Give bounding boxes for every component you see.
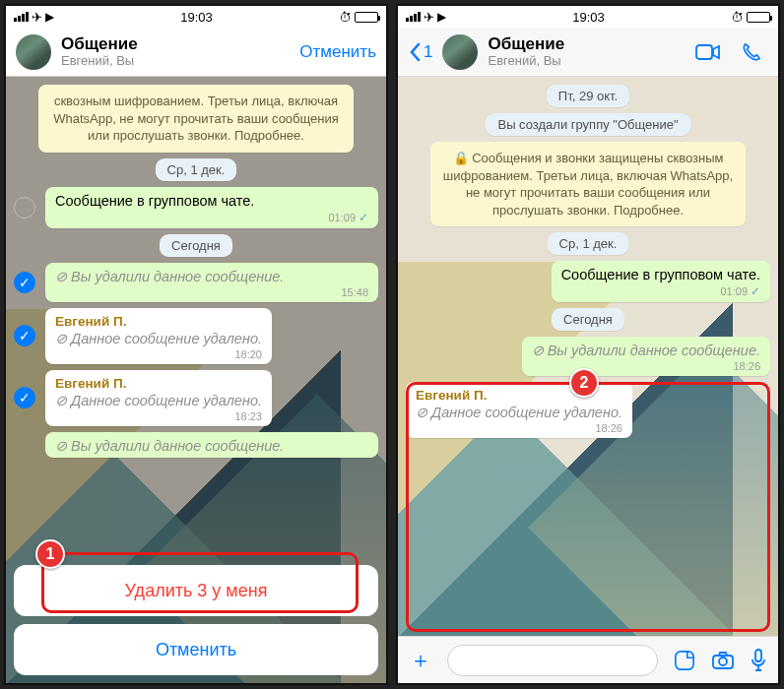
compose-bar: ＋	[398, 636, 778, 683]
svg-point-3	[719, 658, 727, 665]
step-badge: 1	[35, 539, 65, 569]
cancel-button[interactable]: Отменить	[14, 624, 378, 675]
msg-text: Сообщение в групповом чате.	[55, 193, 254, 209]
chat-header: 1 Общение Евгений, Вы	[398, 28, 778, 77]
selectable-row[interactable]: Евгений П. ⊘ Данное сообщение удалено. 1…	[14, 370, 378, 426]
chat-name: Общение	[61, 34, 290, 54]
avatar[interactable]	[16, 34, 51, 70]
message-input[interactable]	[447, 645, 658, 676]
battery-icon	[355, 12, 378, 23]
chat-area: сквозным шифрованием. Третьи лица, включ…	[6, 77, 386, 683]
date-pill: Ср, 1 дек.	[156, 158, 237, 181]
plus-icon[interactable]: ＋	[410, 646, 431, 675]
cell-signal-icon	[14, 12, 29, 22]
screen-left: ✈︎ ▶ 19:03 ⏱ Общение Евгений, Вы Отменит…	[4, 4, 388, 685]
chat-subtitle: Евгений, Вы	[61, 54, 290, 69]
screen-right: ✈︎ ▶ 19:03 ⏱ 1 Общение Евгений, Вы Пт, 2…	[396, 4, 780, 685]
wifi-icon: ✈︎	[424, 10, 434, 25]
selectable-row[interactable]: ⊘ Вы удалили данное сообщение. 15:48	[14, 263, 378, 302]
msg-text: ⊘ Вы удалили данное сообщение.	[55, 438, 284, 454]
check-icon: ✓	[751, 284, 760, 298]
chat-title-block[interactable]: Общение Евгений, Вы	[61, 34, 290, 68]
alarm-icon: ⏱	[731, 10, 744, 25]
chat-name: Общение	[488, 34, 682, 54]
chat-subtitle: Евгений, Вы	[488, 54, 682, 69]
mic-icon[interactable]	[751, 649, 766, 672]
outgoing-message[interactable]: Сообщение в групповом чате. 01:09✓	[552, 261, 770, 302]
encryption-notice[interactable]: 🔒 Сообщения и звонки защищены сквозным ш…	[430, 142, 746, 226]
selection-circle[interactable]	[14, 325, 35, 346]
sender-name: Евгений П.	[55, 376, 262, 391]
chat-header: Общение Евгений, Вы Отменить	[6, 28, 386, 77]
date-pill: Сегодня	[160, 234, 232, 257]
status-bar: ✈︎ ▶ 19:03 ⏱	[6, 6, 386, 28]
step-badge: 2	[569, 368, 599, 398]
svg-rect-1	[676, 651, 693, 668]
date-pill: Сегодня	[552, 308, 624, 331]
video-call-button[interactable]	[691, 35, 725, 69]
status-time: 19:03	[180, 10, 213, 25]
date-pill: Ср, 1 дек.	[548, 232, 629, 255]
outgoing-message[interactable]: ⊘ Вы удалили данное сообщение. 18:26	[522, 337, 770, 376]
lock-icon: 🔒	[453, 151, 473, 165]
incoming-message[interactable]: Евгений П. ⊘ Данное сообщение удалено. 1…	[406, 382, 632, 438]
msg-text: ⊘ Данное сообщение удалено.	[55, 393, 262, 408]
msg-text: ⊘ Данное сообщение удалено.	[55, 331, 262, 346]
back-button[interactable]: 1	[408, 42, 432, 62]
svg-rect-0	[696, 45, 712, 59]
selectable-row[interactable]: Евгений П. ⊘ Данное сообщение удалено. 1…	[14, 308, 378, 364]
cancel-selection[interactable]: Отменить	[299, 42, 376, 62]
chat-title-block[interactable]: Общение Евгений, Вы	[488, 34, 682, 68]
selection-circle[interactable]	[14, 272, 35, 293]
wifi-icon: ✈︎	[32, 10, 42, 25]
selection-circle[interactable]	[14, 197, 35, 219]
encryption-notice[interactable]: сквозным шифрованием. Третьи лица, включ…	[38, 85, 354, 153]
avatar[interactable]	[442, 34, 478, 70]
sender-name: Евгений П.	[55, 314, 262, 329]
msg-text: Сообщение в групповом чате.	[561, 267, 760, 282]
chat-area[interactable]: Пт, 29 окт. Вы создали группу "Общение" …	[398, 77, 778, 636]
voice-call-button[interactable]	[735, 35, 768, 69]
status-bar: ✈︎ ▶ 19:03 ⏱	[398, 6, 778, 28]
sticker-icon[interactable]	[674, 650, 695, 671]
cell-signal-icon	[406, 12, 421, 22]
date-pill: Пт, 29 окт.	[547, 85, 629, 107]
battery-icon	[747, 12, 770, 23]
msg-text: ⊘ Данное сообщение удалено.	[416, 405, 622, 420]
selection-circle[interactable]	[14, 387, 35, 408]
action-sheet: Удалить 3 у меня Отменить	[6, 557, 386, 683]
selectable-row[interactable]: Сообщение в групповом чате. 01:09✓	[14, 187, 378, 228]
msg-text: ⊘ Вы удалили данное сообщение.	[55, 269, 284, 284]
alarm-icon: ⏱	[339, 10, 352, 25]
svg-rect-4	[755, 650, 761, 661]
delete-for-me-button[interactable]: Удалить 3 у меня	[14, 565, 378, 616]
msg-text: ⊘ Вы удалили данное сообщение.	[532, 343, 760, 358]
system-message: Вы создали группу "Общение"	[486, 113, 689, 136]
camera-icon[interactable]	[711, 651, 735, 670]
selectable-row[interactable]: ⊘ Вы удалили данное сообщение.	[14, 432, 378, 458]
status-time: 19:03	[572, 10, 605, 25]
check-icon: ✓	[359, 211, 368, 224]
